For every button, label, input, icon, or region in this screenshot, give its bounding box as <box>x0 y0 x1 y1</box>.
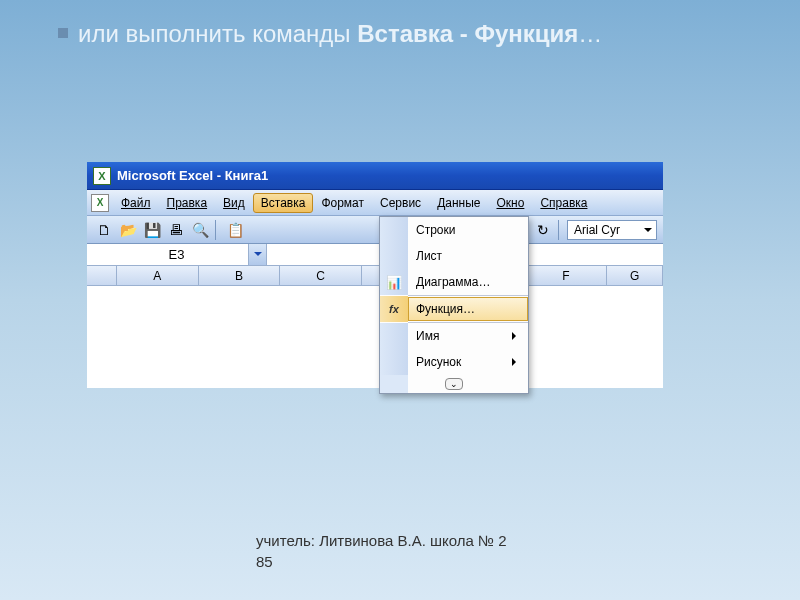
menu-data[interactable]: Данные <box>429 193 488 213</box>
name-box[interactable]: E3 <box>87 244 267 265</box>
select-all-corner[interactable] <box>87 266 117 285</box>
menu-edit[interactable]: Правка <box>159 193 216 213</box>
slide-title: или выполнить команды Вставка - Функция… <box>78 20 602 48</box>
fx-icon: fx <box>380 296 408 322</box>
name-box-dropdown-icon[interactable] <box>248 244 266 265</box>
font-selector[interactable]: Arial Cyr <box>567 220 657 240</box>
excel-window: X Microsoft Excel - Книга1 X Файл Правка… <box>87 162 663 388</box>
menu-item-function[interactable]: fx Функция… <box>380 296 528 322</box>
submenu-arrow-icon <box>512 358 520 366</box>
title-bar[interactable]: X Microsoft Excel - Книга1 <box>87 162 663 190</box>
window-title: Microsoft Excel - Книга1 <box>117 168 268 183</box>
blank-icon <box>380 243 408 269</box>
menu-format[interactable]: Формат <box>313 193 372 213</box>
open-button[interactable]: 📂 <box>117 219 139 241</box>
insert-menu-dropdown: Строки Лист 📊 Диаграмма… fx Функция… Имя… <box>379 216 529 394</box>
menu-window[interactable]: Окно <box>488 193 532 213</box>
menu-expand[interactable]: ⌄ <box>380 375 528 393</box>
new-button[interactable]: 🗋 <box>93 219 115 241</box>
footer-line2: 85 <box>256 551 507 572</box>
blank-icon <box>380 217 408 243</box>
redo-button[interactable]: ↻ <box>532 219 554 241</box>
formula-bar: E3 <box>87 244 663 266</box>
menu-tools[interactable]: Сервис <box>372 193 429 213</box>
title-bold: Вставка - Функция <box>357 20 578 47</box>
bullet-icon <box>58 28 68 38</box>
toolbar-separator-2 <box>558 220 563 240</box>
menu-bar: X Файл Правка Вид Вставка Формат Сервис … <box>87 190 663 216</box>
col-header-F[interactable]: F <box>526 266 608 285</box>
title-prefix: или выполнить команды <box>78 20 357 47</box>
document-icon[interactable]: X <box>91 194 109 212</box>
preview-button[interactable]: 🔍 <box>189 219 211 241</box>
col-header-A[interactable]: A <box>117 266 199 285</box>
copy-button[interactable]: 📋 <box>224 219 246 241</box>
footer-line1: учитель: Литвинова В.А. школа № 2 <box>256 530 507 551</box>
excel-app-icon: X <box>93 167 111 185</box>
print-button[interactable]: 🖶 <box>165 219 187 241</box>
title-suffix: … <box>578 20 602 47</box>
menu-item-picture[interactable]: Рисунок <box>380 349 528 375</box>
save-button[interactable]: 💾 <box>141 219 163 241</box>
menu-item-rows[interactable]: Строки <box>380 217 528 243</box>
menu-file[interactable]: Файл <box>113 193 159 213</box>
col-header-G[interactable]: G <box>607 266 663 285</box>
blank-icon <box>380 323 408 349</box>
column-headers: A B C D E F G <box>87 266 663 286</box>
chart-icon: 📊 <box>380 269 408 295</box>
menu-help[interactable]: Справка <box>532 193 595 213</box>
menu-item-chart[interactable]: 📊 Диаграмма… <box>380 269 528 295</box>
menu-item-name[interactable]: Имя <box>380 323 528 349</box>
menu-view[interactable]: Вид <box>215 193 253 213</box>
slide-footer: учитель: Литвинова В.А. школа № 2 85 <box>256 530 507 572</box>
font-name: Arial Cyr <box>574 223 620 237</box>
toolbar-separator <box>215 220 220 240</box>
col-header-C[interactable]: C <box>280 266 362 285</box>
menu-insert[interactable]: Вставка <box>253 193 314 213</box>
cell-reference: E3 <box>169 247 185 262</box>
toolbar: 🗋 📂 💾 🖶 🔍 📋 ↻ Arial Cyr <box>87 216 663 244</box>
blank-icon <box>380 349 408 375</box>
col-header-B[interactable]: B <box>199 266 281 285</box>
menu-item-sheet[interactable]: Лист <box>380 243 528 269</box>
submenu-arrow-icon <box>512 332 520 340</box>
chevron-down-icon: ⌄ <box>445 378 463 390</box>
